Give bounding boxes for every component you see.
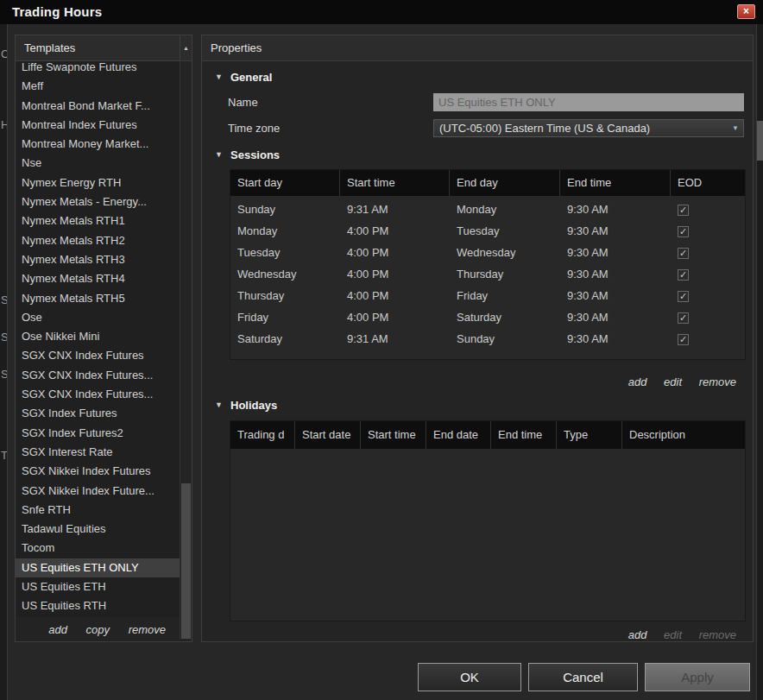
holidays-column-header[interactable]: Trading d [230,421,295,449]
template-item[interactable]: Ose [16,308,180,327]
holiday-edit-link[interactable]: edit [664,628,682,641]
session-row[interactable]: Monday4:00 PMTuesday9:30 AM✓ [230,220,745,242]
holidays-column-header[interactable]: End date [426,421,491,449]
template-item[interactable]: Ose Nikkei Mini [16,327,180,346]
general-section-label: General [230,71,272,84]
template-item[interactable]: Meff [16,77,180,96]
timezone-select[interactable]: (UTC-05:00) Eastern Time (US & Canada) ▼ [433,119,744,137]
eod-checkbox[interactable]: ✓ [678,205,689,216]
session-cell: Monday [450,199,560,220]
template-copy-link[interactable]: copy [86,623,110,636]
eod-checkbox[interactable]: ✓ [678,334,689,345]
collapse-icon[interactable]: ▼ [215,400,230,409]
template-item[interactable]: Montreal Index Futures [16,116,180,135]
templates-scrollbar[interactable] [180,61,192,640]
template-item[interactable]: Nymex Metals RTH1 [16,211,180,230]
template-item[interactable]: Nymex Metals RTH2 [16,231,180,250]
template-item[interactable]: Montreal Money Market... [16,135,180,154]
sessions-column-header[interactable]: EOD [671,170,745,196]
apply-button[interactable]: Apply [645,663,750,691]
template-item[interactable]: SGX Nikkei Index Future... [16,482,180,501]
eod-checkbox[interactable]: ✓ [678,269,689,281]
session-cell: 9:30 AM [560,285,671,306]
template-item[interactable]: Tocom [16,539,180,558]
eod-checkbox[interactable]: ✓ [678,226,689,237]
background-text-fragment: S [1,331,7,344]
session-row[interactable]: Sunday9:31 AMMonday9:30 AM✓ [230,199,745,220]
template-item[interactable]: Nymex Metals - Energy... [16,192,180,211]
session-row[interactable]: Saturday9:31 AMSunday9:30 AM✓ [230,328,745,350]
session-eod-cell: ✓ [671,285,745,306]
session-cell: Wednesday [230,263,340,285]
sessions-column-header[interactable]: Start time [340,170,450,196]
session-eod-cell: ✓ [671,199,745,220]
template-item[interactable]: Nymex Metals RTH3 [16,250,180,269]
session-eod-cell: ✓ [671,242,745,263]
template-remove-link[interactable]: remove [129,623,166,636]
templates-scrollbar-thumb[interactable] [181,483,191,639]
template-item[interactable]: SGX Index Futures [16,404,180,423]
background-text-fragment: T [1,449,7,462]
template-item[interactable]: Nse [16,154,180,173]
template-item[interactable]: Liffe Swapnote Futures [16,61,180,77]
holidays-column-header[interactable]: Start date [295,421,361,449]
left-edge-strip: CHSSST [0,24,7,700]
sessions-column-header[interactable]: Start day [230,170,340,196]
sessions-column-header[interactable]: End day [450,170,560,196]
session-row[interactable]: Thursday4:00 PMFriday9:30 AM✓ [230,285,745,306]
eod-checkbox[interactable]: ✓ [678,248,689,259]
session-add-link[interactable]: add [628,375,647,388]
session-cell: Monday [230,220,340,242]
name-input[interactable] [433,93,744,111]
session-eod-cell: ✓ [671,306,745,328]
template-item[interactable]: SGX Interest Rate [16,443,180,462]
template-item[interactable]: SGX CNX Index Futures [16,346,180,365]
template-item[interactable]: Nymex Metals RTH5 [16,289,180,308]
session-edit-link[interactable]: edit [664,375,682,388]
template-item[interactable]: Tadawul Equities [16,520,180,539]
template-item[interactable]: SGX Nikkei Index Futures [16,462,180,481]
close-icon[interactable]: × [737,4,755,19]
session-cell: Thursday [450,263,560,285]
session-cell: Saturday [450,306,560,328]
template-item[interactable]: Snfe RTH [16,501,180,520]
holidays-table: Trading dStart dateStart timeEnd dateEnd… [230,420,746,621]
session-cell: Tuesday [230,242,340,263]
window-titlebar[interactable]: Trading Hours × [0,0,763,24]
holiday-remove-link[interactable]: remove [699,628,736,641]
collapse-icon[interactable]: ▼ [215,150,230,159]
templates-panel-header: Templates ▲ ▼ [16,35,192,61]
template-item[interactable]: Nymex Energy RTH [16,173,180,192]
template-item[interactable]: US Equities ETH [16,577,180,596]
session-remove-link[interactable]: remove [699,375,736,388]
template-item[interactable]: US Equities RTH [16,596,180,615]
template-add-link[interactable]: add [48,623,67,636]
template-item[interactable]: SGX Index Futures2 [16,424,180,443]
session-row[interactable]: Wednesday4:00 PMThursday9:30 AM✓ [230,263,745,285]
holidays-column-header[interactable]: Description [622,421,745,449]
session-cell: 9:30 AM [560,328,671,350]
holidays-section-label: Holidays [230,399,277,412]
template-item[interactable]: SGX CNX Index Futures... [16,366,180,385]
sessions-column-header[interactable]: End time [560,170,671,196]
background-text-fragment: S [1,368,7,381]
collapse-icon[interactable]: ▼ [215,73,230,81]
session-row[interactable]: Friday4:00 PMSaturday9:30 AM✓ [230,306,745,328]
template-item-selected[interactable]: US Equities ETH ONLY [16,558,180,577]
session-cell: 9:31 AM [340,328,450,350]
holidays-column-header[interactable]: Type [557,421,622,449]
template-item[interactable]: Montreal Bond Market F... [16,97,180,116]
holiday-add-link[interactable]: add [628,628,647,641]
template-item[interactable]: SGX CNX Index Futures... [16,385,180,404]
scroll-up-icon[interactable]: ▲ [180,35,192,60]
ok-button[interactable]: OK [418,663,521,691]
eod-checkbox[interactable]: ✓ [678,312,689,324]
session-row[interactable]: Tuesday4:00 PMWednesday9:30 AM✓ [230,242,745,263]
cancel-button[interactable]: Cancel [528,663,638,691]
general-section-header: ▼ General [211,68,744,85]
holidays-column-header[interactable]: End time [491,421,557,449]
sessions-section-header: ▼ Sessions [211,146,744,163]
eod-checkbox[interactable]: ✓ [678,291,689,302]
template-item[interactable]: Nymex Metals RTH4 [16,269,180,288]
holidays-column-header[interactable]: Start time [361,421,426,449]
